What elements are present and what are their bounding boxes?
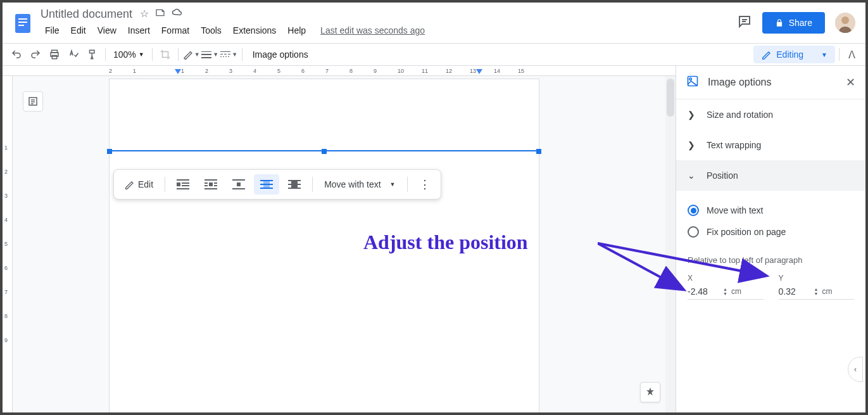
- svg-marker-22: [175, 69, 181, 74]
- document-title[interactable]: Untitled document: [41, 8, 132, 21]
- document-area: 21123456789101112131415 123456789 Edit: [3, 66, 676, 412]
- last-edit-link[interactable]: Last edit was seconds ago: [320, 25, 425, 35]
- in-front-text-button[interactable]: [282, 174, 307, 195]
- y-position-input[interactable]: [779, 286, 810, 297]
- x-position-input[interactable]: [688, 286, 719, 297]
- indent-marker-left[interactable]: [175, 69, 181, 75]
- resize-handle-left[interactable]: [107, 149, 112, 154]
- docs-logo[interactable]: [10, 10, 35, 35]
- wrap-text-button[interactable]: [198, 174, 223, 195]
- move-icon[interactable]: [155, 8, 165, 20]
- svg-rect-49: [288, 188, 301, 189]
- y-label: Y: [779, 274, 855, 283]
- scroll-thumb[interactable]: [667, 79, 674, 117]
- break-text-button[interactable]: [226, 174, 251, 195]
- svg-rect-19: [223, 56, 224, 57]
- menu-file[interactable]: File: [41, 23, 64, 38]
- svg-rect-0: [15, 14, 30, 33]
- paint-format-button[interactable]: [84, 46, 101, 63]
- vertical-scrollbar[interactable]: [665, 76, 676, 412]
- menu-help[interactable]: Help: [283, 23, 310, 38]
- lock-icon: [775, 18, 784, 27]
- radio-fix-position[interactable]: Fix position on page: [688, 221, 854, 243]
- horizontal-ruler[interactable]: 21123456789101112131415: [3, 66, 676, 76]
- section-position[interactable]: ⌄ Position: [676, 160, 865, 191]
- section-size-rotation[interactable]: ❯ Size and rotation: [676, 99, 865, 130]
- editing-mode-select[interactable]: Editing ▼: [753, 46, 835, 63]
- edit-image-button[interactable]: Edit: [118, 176, 160, 193]
- svg-rect-40: [232, 179, 245, 181]
- y-unit: cm: [822, 287, 832, 296]
- svg-rect-21: [228, 56, 229, 57]
- menu-view[interactable]: View: [93, 23, 121, 38]
- more-options-button[interactable]: ⋮: [413, 174, 437, 195]
- svg-rect-1: [18, 18, 27, 20]
- svg-rect-16: [224, 54, 227, 54]
- menu-insert[interactable]: Insert: [123, 23, 154, 38]
- user-avatar[interactable]: [835, 13, 855, 33]
- svg-rect-41: [237, 182, 241, 186]
- explore-button[interactable]: [640, 382, 660, 402]
- svg-rect-44: [260, 180, 273, 181]
- image-floating-toolbar: Edit Move with text ▼ ⋮: [113, 169, 441, 200]
- panel-title: Image options: [708, 77, 837, 88]
- svg-marker-23: [476, 69, 482, 74]
- border-color-button[interactable]: ▼: [182, 46, 200, 63]
- pencil-icon: [761, 49, 771, 60]
- svg-rect-13: [201, 57, 211, 58]
- star-icon[interactable]: ☆: [140, 8, 149, 20]
- menu-bar: File Edit View Insert Format Tools Exten…: [41, 22, 737, 39]
- svg-rect-28: [177, 179, 189, 181]
- menu-edit[interactable]: Edit: [66, 23, 91, 38]
- share-button[interactable]: Share: [762, 12, 825, 34]
- svg-rect-11: [201, 51, 211, 52]
- behind-text-button[interactable]: [254, 174, 279, 195]
- y-stepper[interactable]: ▲▼: [814, 287, 819, 296]
- svg-rect-38: [214, 185, 217, 186]
- chevron-right-icon: ❯: [688, 110, 695, 120]
- vertical-ruler[interactable]: 123456789: [3, 76, 13, 412]
- svg-point-7: [841, 16, 849, 24]
- comments-icon[interactable]: [737, 14, 752, 32]
- radio-icon: [688, 226, 699, 238]
- x-stepper[interactable]: ▲▼: [723, 287, 727, 296]
- svg-rect-45: [260, 184, 273, 185]
- position-mode-select[interactable]: Move with text ▼: [318, 176, 401, 193]
- outline-toggle-button[interactable]: [23, 91, 43, 112]
- menu-extensions[interactable]: Extensions: [229, 23, 280, 38]
- x-unit: cm: [731, 287, 741, 296]
- wrap-inline-button[interactable]: [170, 174, 196, 195]
- svg-point-52: [689, 78, 691, 80]
- menu-tools[interactable]: Tools: [196, 23, 226, 38]
- cloud-icon[interactable]: [172, 8, 183, 20]
- border-weight-button[interactable]: ▼: [201, 46, 219, 63]
- toolbar: 100%▼ ▼ ▼ ▼ Image options Editing ▼ ᐱ: [3, 43, 865, 66]
- spellcheck-button[interactable]: [65, 46, 82, 63]
- app-header: Untitled document ☆ File Edit View Inser…: [3, 3, 865, 43]
- selected-image-frame[interactable]: [109, 150, 539, 151]
- relative-to-label: Relative to top left of paragraph: [688, 255, 854, 265]
- chevron-right-icon: ❯: [688, 140, 695, 150]
- resize-handle-middle[interactable]: [322, 149, 327, 154]
- svg-rect-47: [288, 180, 301, 181]
- crop-button[interactable]: [156, 46, 174, 63]
- svg-rect-30: [182, 182, 189, 184]
- close-panel-button[interactable]: ✕: [846, 75, 855, 89]
- collapse-toolbar-button[interactable]: ᐱ: [843, 49, 860, 61]
- svg-rect-29: [177, 182, 180, 186]
- zoom-select[interactable]: 100%▼: [110, 49, 148, 60]
- menu-format[interactable]: Format: [157, 23, 194, 38]
- radio-icon: [688, 205, 699, 216]
- undo-button[interactable]: [8, 46, 25, 63]
- image-options-button[interactable]: Image options: [246, 49, 315, 60]
- radio-move-with-text[interactable]: Move with text: [688, 200, 854, 221]
- indent-marker-right[interactable]: [476, 69, 482, 75]
- svg-rect-50: [291, 181, 298, 188]
- print-button[interactable]: [46, 46, 63, 63]
- redo-button[interactable]: [27, 46, 44, 63]
- section-text-wrapping[interactable]: ❯ Text wrapping: [676, 130, 865, 160]
- border-dash-button[interactable]: ▼: [220, 46, 238, 63]
- document-page[interactable]: Edit Move with text ▼ ⋮: [109, 79, 539, 412]
- svg-rect-37: [204, 185, 208, 186]
- resize-handle-right[interactable]: [536, 149, 541, 154]
